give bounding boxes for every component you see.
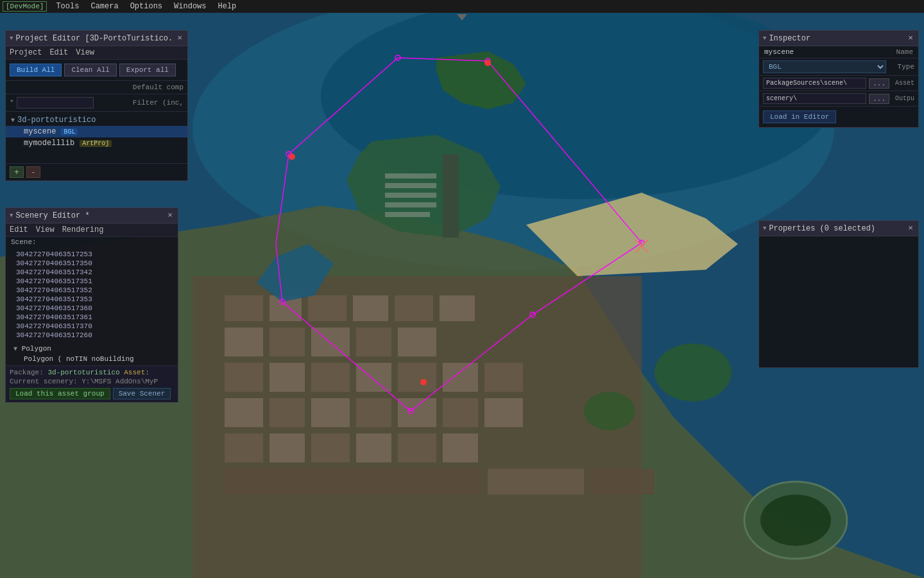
polygon-expand-icon: ▼ [13,346,17,353]
list-item[interactable]: 304272704063517370 [6,322,178,331]
scenery-editor-close[interactable]: × [166,211,174,220]
properties-titlebar: ▼ Properties (0 selected) × [759,221,918,236]
list-item[interactable]: 304272704063517352 [6,286,178,295]
menu-tools[interactable]: Tools [51,1,84,12]
svg-rect-9 [395,295,433,321]
list-item[interactable]: 304272704063517260 [6,331,178,340]
build-all-button[interactable]: Build All [10,64,62,76]
asset-path-browse-button[interactable]: ... [869,78,889,89]
asterisk-label: * [10,99,14,107]
polygon-child-item[interactable]: Polygon ( noTIN noBuilding [11,354,173,364]
inspector-title: ▼ Inspector [763,34,810,43]
asset-path-label: Asset [892,80,914,87]
polygon-tree: ▼ Polygon Polygon ( noTIN noBuilding [6,342,178,365]
list-item[interactable]: 304272704063517253 [6,250,178,259]
asset-path-input[interactable] [763,78,866,89]
svg-rect-45 [385,212,430,217]
properties-collapse-icon[interactable]: ▼ [763,225,766,232]
add-item-button[interactable]: + [10,166,24,178]
svg-rect-8 [353,295,388,321]
scenery-editor-menubar: Edit View Rendering [6,223,178,237]
list-item[interactable]: 304272704063517353 [6,295,178,304]
scenery-menu-rendering[interactable]: Rendering [62,225,104,234]
list-item[interactable]: 304272704063517361 [6,313,178,322]
svg-rect-32 [311,434,350,462]
svg-rect-19 [356,363,391,392]
save-scenery-button[interactable]: Save Scener [113,388,171,399]
inspector-close[interactable]: × [907,33,914,43]
svg-rect-22 [311,398,350,427]
type-select[interactable]: BGL [763,60,886,73]
tree-mymodelllib-item[interactable]: mymodelllib ArtProj [6,137,187,149]
svg-rect-44 [385,202,436,207]
menu-windows[interactable]: Windows [169,1,211,12]
menu-edit[interactable]: Edit [49,48,68,57]
output-path-input[interactable] [763,93,866,104]
project-toolbar: Build All Clean All Export all [6,60,187,81]
svg-rect-37 [488,469,584,495]
menu-options[interactable]: Options [125,1,167,12]
properties-panel: ▼ Properties (0 selected) × [758,220,919,368]
export-all-button[interactable]: Export all [119,64,176,76]
svg-rect-33 [356,434,391,462]
tree-myscene-item[interactable]: myscene BGL [6,126,187,137]
list-item[interactable]: 304272704063517360 [6,304,178,313]
output-path-label: Outpu [892,95,914,102]
inspector-collapse-icon[interactable]: ▼ [763,35,766,42]
menu-view[interactable]: View [76,48,94,57]
scene-label: Scene: [6,237,178,247]
svg-rect-34 [398,434,436,462]
menu-project[interactable]: Project [10,48,42,57]
list-item[interactable]: 304272704063517350 [6,259,178,268]
list-item[interactable]: 304272704063517351 [6,277,178,286]
svg-rect-16 [225,363,263,392]
svg-point-50 [760,495,831,546]
svg-rect-14 [356,328,391,356]
svg-rect-26 [484,363,523,392]
status-current-line: Current scenery: Y:\MSFS AddOns\MyP [10,378,174,385]
devmode-indicator[interactable]: [DevMode] [3,1,47,12]
scenery-menu-view[interactable]: View [36,225,55,234]
mymodelllib-label: mymodelllib [24,139,74,148]
svg-rect-27 [398,398,436,427]
polygon-parent-item[interactable]: ▼ Polygon [11,344,173,354]
properties-title: ▼ Properties (0 selected) [763,224,875,233]
panel-collapse-icon[interactable]: ▼ [10,35,13,42]
scenery-menu-edit[interactable]: Edit [10,225,28,234]
menu-camera[interactable]: Camera [85,1,123,12]
svg-rect-12 [270,328,305,356]
svg-rect-40 [443,154,459,238]
load-asset-group-button[interactable]: Load this asset group [10,388,110,399]
artproj-badge: ArtProj [80,140,112,147]
tree-root-item[interactable]: ▼ 3d-portoturistico [6,114,187,126]
filter-row: Default comp [6,81,187,94]
scene-list[interactable]: 304272704063517253 304272704063517350 30… [6,247,178,342]
inspector-panel: ▼ Inspector × myscene Name BGL Type ... … [758,30,919,128]
menu-help[interactable]: Help [213,1,242,12]
scenery-collapse-icon[interactable]: ▼ [10,213,13,219]
load-in-editor-button[interactable]: Load in Editor [763,110,836,123]
properties-close[interactable]: × [907,223,914,233]
asset-path-row: ... Asset [759,76,918,91]
svg-rect-31 [270,434,305,462]
tree-expand-icon: ▼ [11,117,15,124]
myscene-name-label: myscene [764,48,896,56]
project-editor-panel: ▼ Project Editor [3D-PortoTuristico. × P… [5,30,188,181]
menubar: [DevMode] Tools Camera Options Windows H… [0,0,924,13]
bgl-badge: BGL [61,128,78,136]
scenery-editor-titlebar: ▼ Scenery Editor * × [6,208,178,223]
clean-all-button[interactable]: Clean All [64,64,116,76]
root-item-label: 3d-portoturistico [17,116,96,125]
svg-rect-28 [443,398,478,427]
list-item[interactable]: 304272704063517342 [6,268,178,277]
output-path-browse-button[interactable]: ... [869,94,889,104]
remove-item-button[interactable]: - [26,166,40,178]
default-comp-label: Default comp [10,83,184,91]
svg-point-51 [654,344,732,401]
inspector-header-row: myscene Name [759,46,918,58]
project-editor-close[interactable]: × [176,33,184,43]
filter-input[interactable] [17,97,94,109]
myscene-label: myscene [24,127,56,136]
svg-rect-35 [443,434,478,462]
svg-rect-43 [385,193,436,198]
